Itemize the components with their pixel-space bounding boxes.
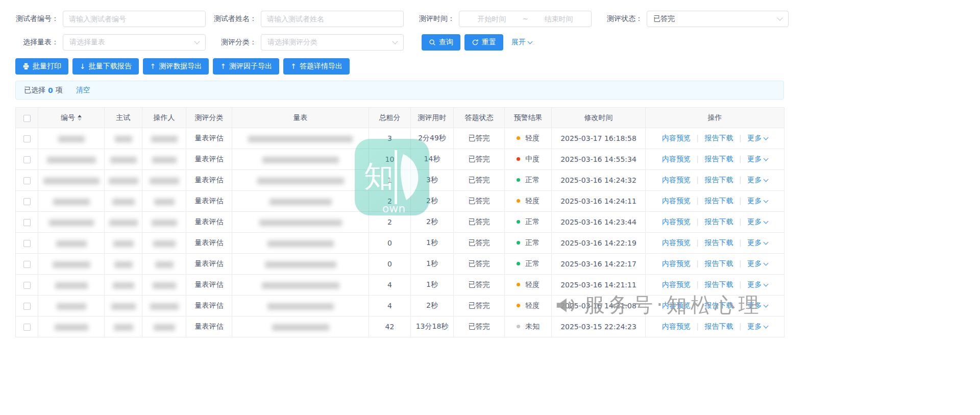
tester-name-input[interactable] [261,11,404,27]
category-cell: 量表评估 [195,301,224,309]
row-checkbox[interactable] [23,198,31,205]
reset-button[interactable]: 重置 [464,34,503,51]
report-download-link[interactable]: 报告下载 [705,238,733,247]
more-link[interactable]: 更多 [747,280,768,289]
raw-score-cell: 2 [387,218,392,226]
raw-score-cell: 1 [387,176,392,184]
more-link[interactable]: 更多 [747,322,768,331]
filter-scale: 选择量表： 请选择量表 [15,34,206,51]
more-link[interactable]: 更多 [747,197,768,206]
tester-name-label: 测试者姓名： [213,14,257,23]
row-checkbox[interactable] [23,324,31,331]
assess-status-select[interactable]: 已答完 [647,11,789,27]
content-preview-link[interactable]: 内容预览 [662,134,691,142]
sort-icon[interactable] [78,115,82,121]
more-link[interactable]: 更多 [747,301,768,310]
warning-dot [517,283,520,286]
records-table: 编号 主试 操作人 测评分类 量表 总粗分 测评用时 答题状态 预警结果 修改时… [15,107,785,337]
tester-id-input[interactable] [63,11,206,27]
modified-time-cell: 2025-03-16 14:21:08 [560,302,636,310]
warning-cell: 正常 [525,238,540,247]
raw-score-cell: 42 [385,323,395,331]
end-time-input[interactable] [530,15,587,23]
warning-cell: 轻度 [525,301,540,309]
start-time-input[interactable] [463,15,520,23]
row-checkbox[interactable] [23,282,31,289]
link-separator: | [696,280,699,288]
report-download-link[interactable]: 报告下载 [705,197,733,205]
content-preview-link[interactable]: 内容预览 [662,322,691,330]
redacted-operator [154,199,175,205]
raw-score-cell: 3 [387,134,392,142]
content-preview-link[interactable]: 内容预览 [662,238,691,247]
batch-download-report-button[interactable]: ↓ 批量下载报告 [72,58,139,75]
chevron-down-icon [764,135,769,140]
content-preview-link[interactable]: 内容预览 [662,301,691,309]
link-separator: | [696,197,699,205]
warning-cell: 轻度 [525,280,540,288]
report-download-link[interactable]: 报告下载 [705,322,733,330]
redacted-operator [150,303,179,310]
content-preview-link[interactable]: 内容预览 [662,197,691,205]
report-download-link[interactable]: 报告下载 [705,155,733,163]
clear-selection-link[interactable]: 清空 [76,86,90,95]
more-link[interactable]: 更多 [747,259,768,268]
redacted-operator [151,136,178,142]
row-checkbox[interactable] [23,261,31,268]
row-checkbox[interactable] [23,135,31,142]
tester-id-label: 测试者编号： [15,14,59,23]
category-select[interactable]: 请选择测评分类 [261,34,404,51]
more-link[interactable]: 更多 [747,238,768,248]
header-answer-status: 答题状态 [454,108,505,128]
report-download-link[interactable]: 报告下载 [705,134,733,142]
duration-cell: 13分18秒 [416,322,449,330]
more-link[interactable]: 更多 [747,155,768,164]
row-checkbox[interactable] [23,240,31,247]
modified-time-cell: 2025-03-16 14:55:34 [560,155,636,163]
select-all-checkbox[interactable] [23,115,31,122]
report-download-link[interactable]: 报告下载 [705,217,733,226]
export-answer-details-button[interactable]: ↑ 答题详情导出 [283,58,350,75]
chevron-down-icon [764,218,769,224]
link-separator: | [739,322,742,330]
content-preview-link[interactable]: 内容预览 [662,176,691,184]
report-download-link[interactable]: 报告下载 [705,176,733,184]
report-download-link[interactable]: 报告下载 [705,301,733,309]
content-preview-link[interactable]: 内容预览 [662,280,691,288]
scale-select[interactable]: 请选择量表 [63,34,206,51]
link-separator: | [696,322,699,330]
export-assessment-factors-button[interactable]: ↑ 测评因子导出 [213,58,279,75]
category-cell: 量表评估 [195,322,224,330]
answer-status-cell: 已答完 [469,238,490,247]
link-separator: | [739,134,742,142]
redacted-scale [270,199,332,205]
content-preview-link[interactable]: 内容预览 [662,217,691,226]
more-link[interactable]: 更多 [747,134,768,143]
row-checkbox[interactable] [23,303,31,310]
content-preview-link[interactable]: 内容预览 [662,155,691,163]
table-row: 量表评估 3 2分49秒 已答完 轻度 2025-03-17 16:18:58 … [16,128,785,149]
assess-time-range-picker[interactable]: ~ [459,11,592,27]
row-checkbox[interactable] [23,156,31,163]
redacted-operator [150,178,179,184]
row-checkbox[interactable] [23,177,31,184]
assessment-records-page: 测试者编号： 测试者姓名： 测评时间： ~ 测评状态： 已答完 选择量表： [0,0,980,415]
warning-dot [517,262,520,265]
redacted-examiner [109,178,138,184]
report-download-link[interactable]: 报告下载 [705,280,733,288]
link-separator: | [696,301,699,309]
batch-print-button[interactable]: 批量打印 [15,58,68,75]
table-row: 量表评估 10 14秒 已答完 中度 2025-03-16 14:55:34 内… [16,149,785,170]
more-link[interactable]: 更多 [747,176,768,185]
search-button[interactable]: 查询 [422,34,460,51]
link-separator: | [696,238,699,247]
export-assessment-data-button[interactable]: ↑ 测评数据导出 [143,58,209,75]
expand-link[interactable]: 展开 [511,38,532,47]
redacted-scale [272,324,329,331]
raw-score-cell: 0 [387,260,392,268]
more-link[interactable]: 更多 [747,217,768,227]
link-separator: | [696,217,699,226]
content-preview-link[interactable]: 内容预览 [662,259,691,267]
report-download-link[interactable]: 报告下载 [705,259,733,267]
row-checkbox[interactable] [23,219,31,226]
